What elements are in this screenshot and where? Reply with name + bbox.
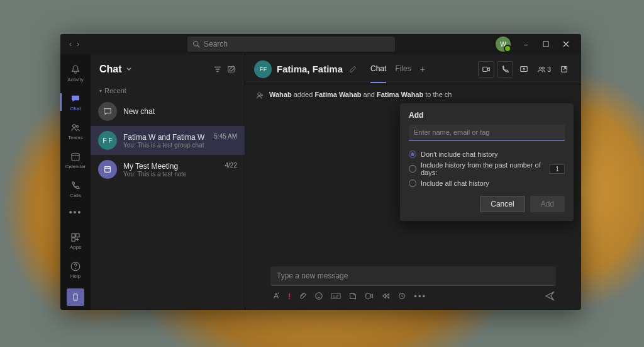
video-call-button[interactable] — [478, 61, 494, 77]
share-icon — [519, 65, 528, 74]
format-icon[interactable] — [272, 292, 280, 300]
rail-mobile-button[interactable] — [67, 288, 84, 306]
stream-icon[interactable] — [381, 292, 390, 300]
phone-icon — [501, 65, 509, 74]
chat-list-title: Chat — [99, 64, 122, 75]
rail-item-activity[interactable]: Activity — [60, 59, 91, 87]
help-icon — [70, 261, 81, 272]
nav-back-icon[interactable]: ‹ — [69, 40, 72, 48]
audio-call-button[interactable] — [497, 61, 513, 77]
svg-rect-17 — [105, 167, 111, 173]
sticker-icon[interactable] — [348, 292, 357, 300]
search-input[interactable]: Search — [187, 37, 395, 52]
share-screen-button[interactable] — [516, 61, 532, 77]
svg-point-21 — [539, 67, 541, 69]
svg-rect-10 — [76, 234, 79, 237]
meet-now-icon[interactable] — [365, 292, 374, 300]
tab-files[interactable]: Files — [395, 64, 411, 83]
teams-icon — [70, 122, 81, 134]
filter-icon[interactable] — [213, 65, 222, 74]
tab-chat[interactable]: Chat — [370, 64, 386, 83]
rail-item-apps[interactable]: Apps — [60, 227, 91, 254]
send-icon — [545, 291, 555, 301]
history-option-all[interactable]: Include all chat history — [409, 179, 565, 187]
calendar-icon — [70, 151, 81, 162]
priority-icon[interactable]: ! — [288, 292, 291, 301]
svg-rect-2 — [543, 42, 548, 47]
meeting-avatar-icon — [98, 160, 117, 179]
maximize-icon — [543, 41, 549, 47]
conversation-new-chat[interactable]: New chat — [91, 97, 245, 126]
phone-icon — [70, 180, 81, 191]
svg-point-13 — [75, 268, 75, 268]
teams-window: ‹ › Search W ‒ Activity — [60, 34, 581, 310]
minimize-button[interactable]: ‒ — [516, 34, 536, 54]
group-avatar-icon: F F — [98, 131, 117, 150]
rail-item-chat[interactable]: Chat — [60, 88, 91, 116]
profile-avatar[interactable]: W — [496, 37, 511, 52]
svg-line-1 — [197, 45, 199, 47]
emoji-icon[interactable] — [314, 292, 323, 300]
approvals-icon[interactable] — [397, 292, 406, 300]
svg-point-25 — [316, 293, 323, 300]
message-input[interactable]: Type a new message — [270, 266, 556, 286]
mobile-icon — [71, 293, 80, 302]
people-icon — [537, 65, 546, 74]
popup-title: Add — [409, 111, 565, 120]
rail-item-help[interactable]: Help — [60, 256, 91, 283]
attach-icon[interactable] — [298, 292, 307, 300]
popout-icon — [560, 65, 569, 74]
chat-header: F F Fatima, Fatima Chat Files + — [245, 54, 581, 84]
add-people-input[interactable] — [409, 125, 565, 141]
days-input[interactable] — [550, 164, 565, 174]
chat-title: Fatima, Fatima — [277, 64, 343, 74]
chevron-down-icon[interactable] — [126, 66, 132, 72]
participants-button[interactable]: 3 — [535, 65, 553, 74]
svg-rect-9 — [72, 234, 75, 237]
svg-rect-7 — [72, 153, 79, 160]
close-button[interactable] — [556, 34, 576, 54]
system-message: Wahab added Fatima Wahab and Fatima Waha… — [255, 91, 571, 100]
cancel-button[interactable]: Cancel — [480, 196, 525, 212]
svg-point-0 — [194, 42, 199, 47]
new-chat-icon[interactable] — [227, 65, 236, 74]
svg-point-26 — [318, 295, 318, 295]
rail-item-calendar[interactable]: Calendar — [60, 146, 91, 174]
add-tab-button[interactable]: + — [420, 64, 425, 74]
add-button[interactable]: Add — [530, 196, 565, 212]
radio-unchecked-icon — [409, 165, 416, 173]
compose-area: Type a new message ! GIF ••• — [245, 261, 581, 310]
nav-forward-icon[interactable]: › — [77, 40, 79, 48]
svg-point-5 — [73, 124, 76, 127]
radio-unchecked-icon — [409, 179, 416, 187]
chat-main-panel: F F Fatima, Fatima Chat Files + — [245, 54, 581, 310]
history-option-none[interactable]: Don't include chat history — [409, 151, 565, 158]
person-add-icon — [255, 91, 264, 100]
svg-point-27 — [319, 295, 320, 295]
section-recent[interactable]: ▾ Recent — [91, 84, 245, 97]
bell-icon — [70, 64, 81, 76]
gif-icon[interactable]: GIF — [331, 292, 341, 300]
more-actions-icon[interactable]: ••• — [414, 292, 426, 301]
send-button[interactable] — [545, 291, 555, 301]
add-people-popup: Add Don't include chat history Include h… — [400, 103, 574, 221]
video-icon — [482, 65, 491, 74]
popout-button[interactable] — [556, 61, 572, 77]
edit-title-icon[interactable] — [349, 65, 357, 73]
rail-item-more[interactable]: ••• — [60, 204, 91, 220]
search-placeholder: Search — [204, 40, 228, 48]
svg-text:GIF: GIF — [333, 295, 340, 299]
new-chat-avatar-icon — [98, 102, 117, 121]
chat-list-panel: Chat ▾ Recent New chat — [91, 54, 245, 310]
history-option-days[interactable]: Include history from the past number of … — [409, 161, 565, 176]
rail-item-teams[interactable]: Teams — [60, 117, 91, 145]
radio-checked-icon — [409, 151, 416, 158]
svg-point-6 — [77, 125, 79, 127]
maximize-button[interactable] — [536, 34, 556, 54]
conversation-item[interactable]: My Test Meeting 4/22 You: This is a test… — [91, 155, 245, 184]
conversation-item[interactable]: F F Fatima W and Fatima W 5:45 AM You: T… — [91, 126, 245, 155]
close-icon — [563, 41, 569, 47]
chat-group-avatar: F F — [254, 60, 272, 78]
svg-rect-30 — [366, 294, 370, 299]
rail-item-calls[interactable]: Calls — [60, 175, 91, 203]
